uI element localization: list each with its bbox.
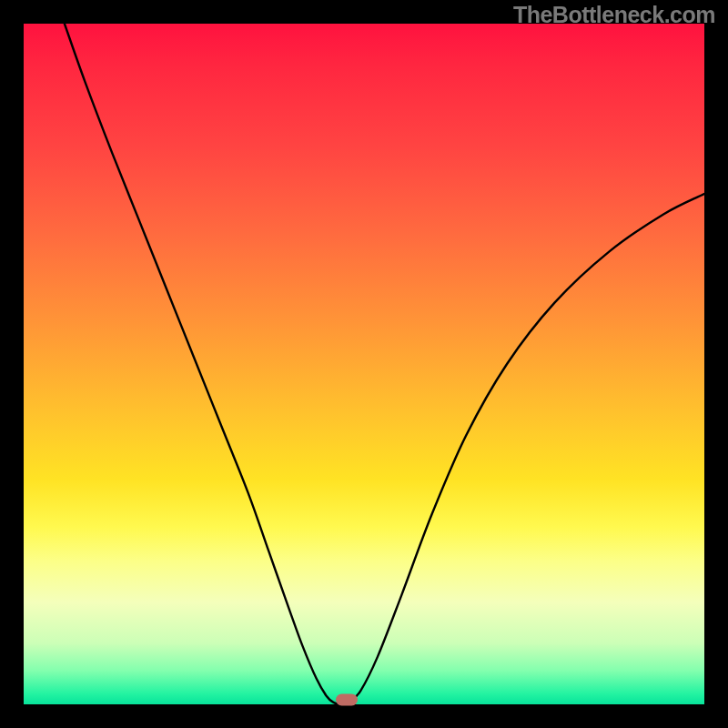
background-gradient xyxy=(24,24,704,704)
chart-frame xyxy=(24,24,704,704)
